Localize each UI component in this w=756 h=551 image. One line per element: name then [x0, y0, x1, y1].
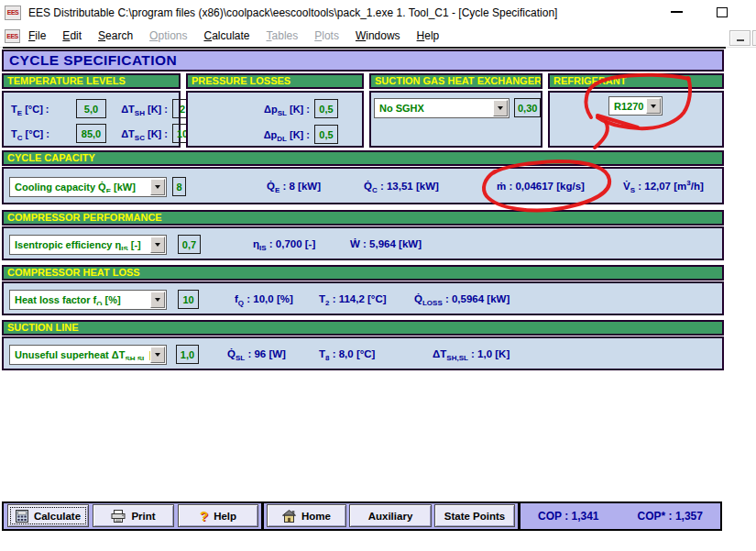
refrigerant-dropdown-value: R1270	[610, 101, 646, 112]
heat-loss-dropdown-value: Heat loss factor fQ [%]	[11, 294, 150, 305]
dpsl-input[interactable]: 0,5	[314, 99, 338, 118]
panel-compressor-performance: Isentropic efficiency ηIS [-] 0,7 ηIS : …	[2, 226, 724, 260]
te-input[interactable]: 5,0	[76, 99, 106, 118]
dpdl-input[interactable]: 0,5	[314, 125, 338, 144]
window-titlebar: EES EES Distributable C:\program files (…	[0, 0, 756, 25]
printer-icon	[111, 510, 126, 523]
tc-label: TC [°C] :	[11, 128, 71, 139]
chevron-down-icon	[155, 353, 160, 357]
help-button[interactable]: ? Help	[178, 504, 258, 527]
cop-star-value: COP* : 1,357	[638, 510, 703, 523]
refrigerant-dropdown-button[interactable]	[646, 98, 661, 114]
tc-input[interactable]: 85,0	[76, 124, 106, 143]
compressor-performance-dropdown-button[interactable]	[150, 237, 165, 253]
section-header-sghx: SUCTION GAS HEAT EXCHANGER	[369, 73, 542, 89]
page-title: CYCLE SPECIFICATION	[9, 52, 177, 69]
home-button-label: Home	[301, 511, 331, 522]
state-points-button[interactable]: State Points	[434, 504, 515, 527]
sghx-dropdown[interactable]: No SGHX	[374, 98, 509, 118]
panel-temperature-levels: TE [°C] : 5,0 ΔTSH [K] : 2 TC [°C] : 85,…	[2, 91, 181, 148]
client-area-top-border	[3, 47, 726, 49]
menu-plots: Plots	[306, 27, 347, 45]
footer-toolbar: Calculate Print ? Help Home	[2, 501, 722, 531]
suction-line-dropdown[interactable]: Unuseful superheat ΔTSH,SL [K]	[9, 345, 167, 365]
panel-pressure-losses: ΔpSL [K] : 0,5 ΔpDL [K] : 0,5	[186, 91, 364, 148]
sghx-effectiveness-box[interactable]: 0,30	[514, 98, 541, 117]
menu-search[interactable]: Search	[90, 27, 141, 45]
refrigerant-dropdown[interactable]: R1270	[608, 96, 663, 116]
section-header-suction-line: SUCTION LINE	[2, 320, 724, 336]
child-minimize-button[interactable]	[729, 30, 751, 46]
sghx-dropdown-value: No SGHX	[376, 103, 493, 114]
sghx-dropdown-button[interactable]	[493, 100, 508, 116]
toolbar-divider	[261, 503, 264, 529]
suction-line-dropdown-button[interactable]	[150, 347, 165, 363]
app-icon: EES	[5, 6, 21, 20]
panel-sghx: No SGHX 0,30	[369, 91, 542, 148]
window-title: EES Distributable C:\program files (x86)…	[28, 6, 557, 19]
heat-loss-dropdown-button[interactable]	[150, 292, 165, 308]
menu-help[interactable]: Help	[409, 27, 448, 45]
minimize-icon	[737, 39, 744, 41]
minimize-icon	[671, 11, 683, 13]
section-header-pressure-losses: PRESSURE LOSSES	[186, 73, 364, 89]
panel-refrigerant: R1270	[548, 91, 724, 148]
t8-result: T8 : 8,0 [°C]	[319, 348, 375, 359]
child-restore-button[interactable]	[752, 30, 756, 46]
cycle-capacity-dropdown-button[interactable]	[150, 179, 165, 195]
state-points-button-label: State Points	[444, 511, 505, 522]
chevron-down-icon	[498, 106, 503, 110]
menu-options: Options	[141, 27, 195, 45]
chevron-down-icon	[155, 298, 160, 302]
dpsl-label: ΔpSL [K] :	[264, 104, 310, 115]
compressor-performance-dropdown-value: Isentropic efficiency ηIS [-]	[11, 239, 150, 250]
menu-bar: EES File Edit Search Options Calculate T…	[0, 25, 756, 48]
section-header-cycle-capacity: CYCLE CAPACITY	[2, 150, 724, 166]
qc-result: Q̇C : 13,51 [kW]	[364, 181, 439, 192]
cycle-capacity-dropdown[interactable]: Cooling capacity Q̇E [kW]	[9, 177, 167, 197]
qloss-result: Q̇LOSS : 0,5964 [kW]	[414, 293, 509, 304]
help-icon: ?	[200, 509, 208, 523]
fq-result: fQ : 10,0 [%]	[235, 293, 293, 304]
calculate-button[interactable]: Calculate	[7, 504, 89, 527]
menu-file[interactable]: File	[20, 27, 54, 45]
mass-flow-result: ṁ : 0,04617 [kg/s]	[497, 181, 585, 192]
panel-cycle-capacity: Cooling capacity Q̇E [kW] 8 Q̇E : 8 [kW]…	[2, 167, 724, 204]
eta-is-result: ηIS : 0,700 [-]	[253, 238, 315, 249]
section-header-compressor-performance: COMPRESSOR PERFORMANCE	[2, 210, 724, 226]
section-header-compressor-heat-loss: COMPRESSOR HEAT LOSS	[2, 265, 724, 281]
heat-loss-dropdown[interactable]: Heat loss factor fQ [%]	[9, 290, 167, 310]
isentropic-efficiency-input[interactable]: 0,7	[178, 235, 201, 254]
menu-edit[interactable]: Edit	[54, 27, 90, 45]
menu-calculate[interactable]: Calculate	[195, 27, 257, 45]
chevron-down-icon	[155, 243, 160, 247]
ees-window: EES EES Distributable C:\program files (…	[0, 0, 756, 551]
home-button[interactable]: Home	[267, 504, 346, 527]
dtsc-label: ΔTSC [K] :	[121, 128, 168, 139]
dtshsl-result: ΔTSH,SL : 1,0 [K]	[433, 348, 509, 359]
home-icon	[282, 510, 296, 523]
heat-loss-factor-input[interactable]: 10	[178, 290, 199, 309]
panel-suction-line: Unuseful superheat ΔTSH,SL [K] 1,0 Q̇SL …	[2, 336, 724, 370]
chevron-down-icon	[651, 105, 656, 108]
cycle-capacity-dropdown-value: Cooling capacity Q̇E [kW]	[11, 182, 150, 193]
unuseful-superheat-input[interactable]: 1,0	[176, 345, 199, 364]
cop-value: COP : 1,341	[538, 510, 598, 523]
maximize-button[interactable]	[707, 0, 737, 24]
section-header-refrigerant: REFRIGERANT	[548, 73, 724, 89]
te-label: TE [°C] :	[11, 104, 71, 115]
minimize-button[interactable]	[662, 0, 691, 24]
auxiliary-button[interactable]: Auxiliary	[349, 504, 432, 527]
cycle-capacity-input[interactable]: 8	[172, 177, 186, 196]
vs-result: V̇S : 12,07 [m3/h]	[623, 181, 704, 192]
print-button[interactable]: Print	[93, 504, 174, 527]
compressor-performance-dropdown[interactable]: Isentropic efficiency ηIS [-]	[9, 235, 167, 255]
t2-result: T2 : 114,2 [°C]	[319, 293, 387, 304]
calculate-button-label: Calculate	[34, 511, 81, 522]
menu-windows[interactable]: Windows	[347, 27, 409, 45]
dpdl-label: ΔpDL [K] :	[264, 129, 310, 140]
panel-compressor-heat-loss: Heat loss factor fQ [%] 10 fQ : 10,0 [%]…	[2, 281, 724, 315]
suction-line-dropdown-value: Unuseful superheat ΔTSH,SL [K]	[11, 349, 150, 360]
section-header-temperature-levels: TEMPERATURE LEVELS	[2, 73, 181, 89]
print-button-label: Print	[131, 511, 155, 522]
